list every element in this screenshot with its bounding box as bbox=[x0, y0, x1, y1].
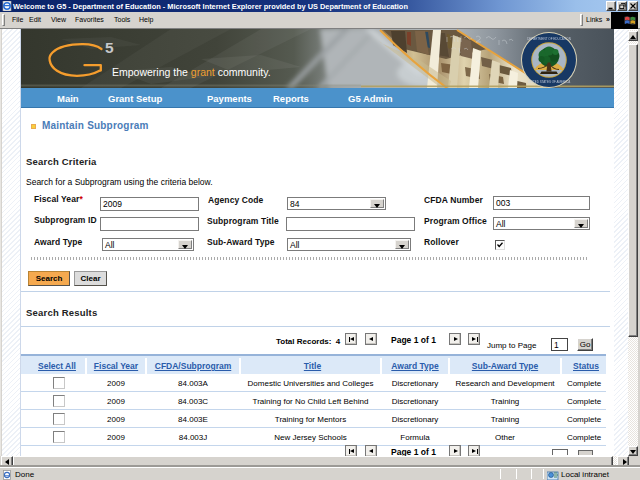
svg-text:UNITED STATES OF AMERICA: UNITED STATES OF AMERICA bbox=[528, 80, 571, 84]
svg-text:5: 5 bbox=[105, 39, 114, 56]
svg-text:DEPARTMENT OF EDUCATION: DEPARTMENT OF EDUCATION bbox=[527, 37, 571, 41]
svg-text:Empowering the grant community: Empowering the grant community. bbox=[112, 66, 271, 78]
